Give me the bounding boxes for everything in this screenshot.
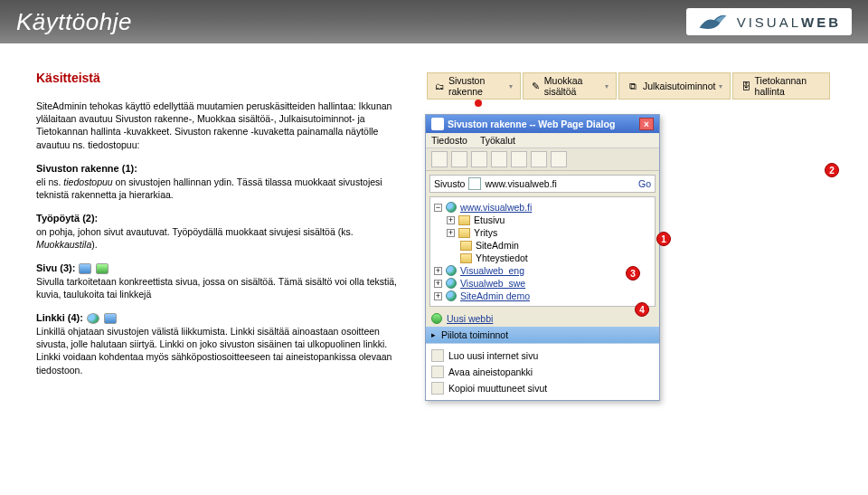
bird-icon bbox=[697, 11, 728, 33]
callout-badge-3: 3 bbox=[626, 266, 640, 281]
action-label: Kopioi muuttuneet sivut bbox=[448, 383, 547, 394]
page-title: Käyttöohje bbox=[16, 8, 132, 36]
tree-label: Etusivu bbox=[474, 214, 505, 225]
brand-name: VISUALWEB bbox=[737, 14, 841, 30]
tab-edit-content[interactable]: ✎ Muokkaa sisältöä ▾ bbox=[523, 72, 617, 100]
copy-icon bbox=[431, 382, 444, 395]
doc-intro: SiteAdminin tehokas käyttö edellyttää mu… bbox=[36, 100, 398, 151]
action-copy-changed[interactable]: Kopioi muuttuneet sivut bbox=[431, 380, 654, 396]
dialog-menubar: Tiedosto Työkalut bbox=[426, 133, 659, 148]
tree-icon: 🗂 bbox=[435, 80, 445, 92]
site-input[interactable] bbox=[485, 178, 635, 189]
chevron-down-icon: ▾ bbox=[509, 82, 513, 90]
chevron-down-icon: ▾ bbox=[719, 82, 722, 90]
section-4: Linkki (4): Linkillä ohjataan sivustojen… bbox=[36, 311, 398, 376]
expand-icon[interactable]: + bbox=[447, 216, 455, 224]
site-label: Sivusto bbox=[434, 178, 465, 189]
section-2: Työpöytä (2): on pohja, johon sivut avau… bbox=[36, 212, 398, 251]
tab-publish[interactable]: ⧉ Julkaisutoiminnot ▾ bbox=[618, 72, 731, 100]
app-header: Käyttöohje VISUALWEB bbox=[0, 0, 868, 43]
add-icon bbox=[431, 313, 442, 324]
folder-icon bbox=[460, 241, 472, 251]
go-button[interactable]: Go bbox=[638, 178, 651, 189]
section-1-head: Sivuston rakenne (1): bbox=[36, 163, 137, 174]
new-web-link[interactable]: Uusi webbi bbox=[426, 310, 659, 327]
section-1-body: eli ns. tiedostopuu on sivustojen hallin… bbox=[36, 176, 382, 200]
site-selector: Sivusto Go bbox=[429, 175, 656, 193]
collapse-icon[interactable]: − bbox=[434, 204, 442, 212]
edit-icon: ✎ bbox=[531, 80, 541, 92]
tool-copy-icon[interactable] bbox=[491, 151, 507, 167]
collapse-icon: ▸ bbox=[431, 330, 436, 339]
expand-icon[interactable]: + bbox=[434, 292, 442, 300]
tree-node-yhteystiedot[interactable]: Yhteystiedot bbox=[434, 252, 651, 264]
globe-icon bbox=[446, 202, 457, 213]
brand-logo: VISUALWEB bbox=[686, 8, 852, 35]
tool-new-icon[interactable] bbox=[451, 151, 467, 167]
new-web-label: Uusi webbi bbox=[447, 313, 493, 324]
section-3-body: Sivulla tarkoitetaan konkreettista sivua… bbox=[36, 276, 397, 300]
page-icon bbox=[79, 263, 91, 274]
tree-node-eng[interactable]: + Visualweb_eng bbox=[434, 264, 651, 277]
dialog-titlebar: Sivuston rakenne -- Web Page Dialog × bbox=[426, 115, 659, 133]
expand-icon[interactable]: + bbox=[434, 280, 442, 288]
tool-help-icon[interactable] bbox=[551, 151, 567, 167]
window-icon bbox=[431, 118, 444, 130]
expand-icon[interactable]: + bbox=[434, 267, 442, 275]
tree-label: Yhteystiedot bbox=[476, 252, 528, 263]
tree-node-siteadmin[interactable]: SiteAdmin bbox=[434, 239, 651, 252]
tree-label: SiteAdmin bbox=[476, 240, 519, 251]
folder-icon bbox=[458, 228, 470, 238]
tab-database[interactable]: 🗄 Tietokannan hallinta bbox=[732, 72, 830, 100]
new-page-icon bbox=[431, 349, 444, 362]
database-icon: 🗄 bbox=[741, 80, 750, 92]
action-open-assets[interactable]: Avaa aineistopankki bbox=[431, 364, 654, 380]
doc-heading: Käsitteistä bbox=[36, 71, 398, 85]
globe-icon bbox=[446, 278, 457, 289]
tree-label[interactable]: SiteAdmin demo bbox=[460, 290, 530, 301]
tool-cut-icon[interactable] bbox=[471, 151, 487, 167]
top-tabs: 🗂 Sivuston rakenne ▾ ✎ Muokkaa sisältöä … bbox=[425, 71, 832, 101]
tool-paste-icon[interactable] bbox=[511, 151, 527, 167]
tree-label[interactable]: www.visualweb.fi bbox=[460, 202, 532, 213]
publish-icon: ⧉ bbox=[627, 80, 639, 92]
tree-node-etusivu[interactable]: + Etusivu bbox=[434, 214, 651, 226]
expand-icon[interactable]: + bbox=[447, 229, 455, 237]
tree-label[interactable]: Visualweb_eng bbox=[460, 265, 524, 276]
globe-icon bbox=[87, 313, 99, 324]
globe-icon bbox=[446, 290, 457, 301]
callout-dot bbox=[475, 100, 482, 107]
tree-node-swe[interactable]: + Visualweb_swe bbox=[434, 277, 651, 290]
dialog-title: Sivuston rakenne -- Web Page Dialog bbox=[448, 119, 615, 129]
menu-tools[interactable]: Työkalut bbox=[480, 135, 515, 146]
section-2-head: Työpöytä (2): bbox=[36, 213, 98, 224]
screenshot-panel: 🗂 Sivuston rakenne ▾ ✎ Muokkaa sisältöä … bbox=[425, 71, 832, 401]
section-3: Sivu (3): Sivulla tarkoitetaan konkreett… bbox=[36, 262, 398, 300]
menu-file[interactable]: Tiedosto bbox=[431, 135, 467, 146]
tree-label: Yritys bbox=[474, 227, 497, 238]
callout-badge-1: 1 bbox=[656, 232, 671, 246]
structure-dialog: Sivuston rakenne -- Web Page Dialog × Ti… bbox=[425, 114, 660, 401]
action-new-page[interactable]: Luo uusi internet sivu bbox=[431, 347, 654, 364]
callout-badge-4: 4 bbox=[635, 302, 649, 317]
tab-structure[interactable]: 🗂 Sivuston rakenne ▾ bbox=[427, 72, 521, 100]
action-label: Luo uusi internet sivu bbox=[448, 350, 538, 361]
chevron-down-icon: ▾ bbox=[605, 82, 609, 90]
asset-bank-icon bbox=[431, 366, 444, 378]
tab-label: Muokkaa sisältöä bbox=[544, 75, 601, 97]
actions-panel-body: Luo uusi internet sivu Avaa aineistopank… bbox=[426, 343, 659, 400]
actions-panel-head[interactable]: ▸ Piilota toiminnot bbox=[426, 327, 659, 343]
actions-panel-title: Piilota toiminnot bbox=[441, 329, 508, 340]
tree-label[interactable]: Visualweb_swe bbox=[460, 278, 525, 289]
section-3-head: Sivu (3): bbox=[36, 262, 75, 273]
tool-delete-icon[interactable] bbox=[531, 151, 547, 167]
folder-icon bbox=[460, 253, 472, 263]
tree-root[interactable]: − www.visualweb.fi bbox=[434, 201, 651, 214]
tree-node-yritys[interactable]: + Yritys bbox=[434, 226, 651, 239]
callout-badge-2: 2 bbox=[825, 163, 839, 177]
tree-node-demo[interactable]: + SiteAdmin demo bbox=[434, 290, 651, 302]
doc-body: Käsitteistä SiteAdminin tehokas käyttö e… bbox=[36, 71, 398, 401]
close-button[interactable]: × bbox=[639, 118, 654, 130]
site-tree: − www.visualweb.fi + Etusivu + Yritys bbox=[429, 196, 656, 307]
tool-open-icon[interactable] bbox=[431, 151, 448, 167]
